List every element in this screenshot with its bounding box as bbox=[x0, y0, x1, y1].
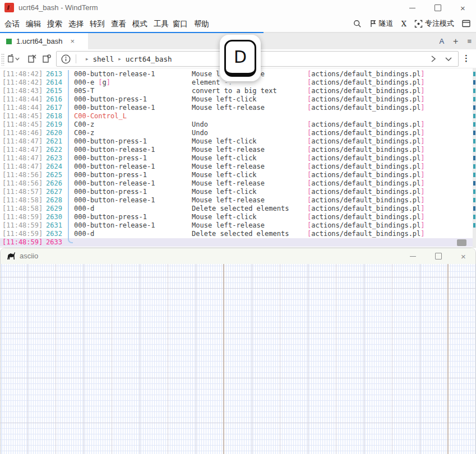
menu-bar: 会话 编辑 搜索 选择 转到 查看 模式 工具 窗口 帮助 隧道 X 专注模式 bbox=[0, 16, 476, 32]
grid-major-line bbox=[447, 264, 449, 454]
ruler-mark bbox=[473, 189, 475, 194]
window-title: ucrt64_bash - WindTerm bbox=[19, 3, 98, 12]
ruler-mark bbox=[473, 122, 475, 127]
tunnel-button[interactable]: 隧道 bbox=[369, 18, 394, 29]
menu-mode[interactable]: 模式 bbox=[132, 19, 147, 29]
reopen-session-icon[interactable] bbox=[40, 52, 54, 66]
terminal-line: [11:48:56]2626000-button-release-1Mouse … bbox=[0, 179, 476, 188]
terminal-line: [11:48:47]2621000-button-press-1Mouse le… bbox=[0, 137, 476, 146]
indent-guide bbox=[68, 70, 69, 238]
terminal-line: [11:48:44]2616000-button-press-1Mouse le… bbox=[0, 95, 476, 104]
terminal-line: [11:48:43]261500S-Tconvert to a big text… bbox=[0, 87, 476, 95]
menu-window[interactable]: 窗口 bbox=[173, 19, 188, 29]
search-icon[interactable] bbox=[353, 20, 362, 28]
terminal-line: [11:48:46]2620C00-zUndo[actions/default_… bbox=[0, 129, 476, 137]
perl-camel-icon bbox=[6, 251, 16, 260]
asciio-window: asciio × bbox=[0, 248, 476, 454]
ruler-mark bbox=[473, 114, 475, 118]
ruler-mark bbox=[473, 156, 475, 160]
close-button[interactable]: × bbox=[450, 0, 475, 16]
scrollbar-thumb[interactable] bbox=[457, 239, 466, 246]
breadcrumb-arrow-icon: ▸ bbox=[86, 56, 89, 62]
terminal-line: [11:48:57]2627000-button-press-1Mouse le… bbox=[0, 188, 476, 196]
menu-goto[interactable]: 转到 bbox=[90, 19, 105, 29]
ruler-mark bbox=[473, 164, 475, 169]
tunnel-flag-icon bbox=[369, 20, 377, 27]
ruler-mark bbox=[473, 215, 475, 219]
active-pane-indicator bbox=[0, 32, 264, 33]
terminal-line: [11:48:44]2617000-button-release-1Mouse … bbox=[0, 104, 476, 112]
tab-list-button[interactable]: ≡ bbox=[467, 37, 472, 45]
ruler-mark bbox=[473, 105, 475, 110]
breadcrumb-shell[interactable]: shell bbox=[93, 55, 114, 63]
new-tab-button[interactable]: + bbox=[453, 36, 458, 47]
asciio-maximize-button[interactable] bbox=[426, 248, 451, 264]
maximize-button[interactable] bbox=[425, 0, 450, 16]
ruler-mark bbox=[473, 131, 475, 135]
grid-major-line bbox=[223, 264, 224, 454]
ruler-mark bbox=[473, 181, 475, 186]
menu-session[interactable]: 会话 bbox=[4, 19, 20, 29]
asciio-drawing-canvas[interactable] bbox=[1, 264, 476, 454]
asciio-close-button[interactable]: × bbox=[451, 248, 476, 264]
x-button[interactable]: X bbox=[401, 20, 406, 28]
font-size-button[interactable]: A bbox=[439, 37, 444, 45]
ruler-mark bbox=[473, 72, 475, 76]
terminal-pane[interactable]: [11:48:42]2613000-button-release-1Mouse … bbox=[0, 68, 476, 248]
focus-mode-button[interactable]: 专注模式 bbox=[414, 18, 454, 29]
asciio-title-bar: asciio × bbox=[1, 248, 475, 264]
menu-search[interactable]: 搜索 bbox=[47, 19, 62, 29]
windterm-app-icon bbox=[4, 3, 14, 12]
terminal-line: [11:48:59]2632000-dDelete selected eleme… bbox=[0, 230, 476, 238]
overview-ruler[interactable] bbox=[473, 68, 476, 248]
ruler-mark bbox=[473, 97, 475, 101]
keypress-overlay: D bbox=[220, 35, 261, 81]
new-session-icon[interactable] bbox=[7, 52, 20, 66]
tab-label: 1.ucrt64_bash bbox=[16, 37, 62, 45]
terminal-line: [11:48:56]2625000-button-press-1Mouse le… bbox=[0, 171, 476, 179]
layout-icon[interactable] bbox=[462, 20, 470, 27]
menu-help[interactable]: 帮助 bbox=[194, 19, 209, 29]
menu-tools[interactable]: 工具 bbox=[154, 19, 169, 29]
ruler-mark bbox=[473, 173, 475, 177]
asciio-minimize-button[interactable] bbox=[400, 248, 426, 264]
terminal-line: [11:48:45]2619C00-zUndo[actions/default_… bbox=[0, 121, 476, 129]
title-bar: ucrt64_bash - WindTerm × bbox=[0, 0, 476, 16]
ruler-mark bbox=[473, 80, 475, 85]
ruler-mark bbox=[473, 147, 475, 152]
breadcrumb-arrow-icon: ▸ bbox=[118, 56, 121, 62]
close-session-icon[interactable] bbox=[26, 52, 39, 66]
menu-edit[interactable]: 编辑 bbox=[26, 19, 41, 29]
separator bbox=[76, 54, 76, 63]
terminal-lines: [11:48:42]2613000-button-release-1Mouse … bbox=[0, 70, 476, 247]
ruler-mark bbox=[473, 198, 475, 202]
tab-ucrt64-bash[interactable]: 1.ucrt64_bash × bbox=[0, 33, 88, 49]
terminal-line: [11:48:47]2622000-button-release-1Mouse … bbox=[0, 146, 476, 154]
chevron-right-icon[interactable] bbox=[430, 55, 437, 63]
tab-close-icon[interactable]: × bbox=[70, 37, 75, 45]
ruler-mark bbox=[473, 89, 475, 93]
terminal-line: [11:48:45]2618C00-Control_L bbox=[0, 112, 476, 121]
keycap-d: D bbox=[224, 40, 256, 77]
terminal-line: [11:48:58]2629000-dDelete selected eleme… bbox=[0, 205, 476, 213]
terminal-line: [11:48:47]2624000-button-release-1Mouse … bbox=[0, 163, 476, 171]
terminal-line: [11:48:58]2628000-button-release-1Mouse … bbox=[0, 196, 476, 205]
terminal-line: [11:48:47]2623000-button-press-1Mouse le… bbox=[0, 154, 476, 163]
menu-select[interactable]: 选择 bbox=[68, 19, 84, 29]
ruler-mark bbox=[473, 139, 475, 143]
chevron-down-icon[interactable] bbox=[445, 55, 452, 62]
ruler-mark bbox=[473, 223, 475, 228]
menu-view[interactable]: 查看 bbox=[111, 19, 126, 29]
overflow-menu-icon[interactable]: ⋮ bbox=[462, 53, 470, 63]
asciio-window-title: asciio bbox=[20, 252, 38, 260]
windterm-window: ucrt64_bash - WindTerm × 会话 编辑 搜索 选择 转到 … bbox=[0, 0, 476, 454]
terminal-line: [11:48:59]2630000-button-press-1Mouse le… bbox=[0, 213, 476, 221]
terminal-line: [11:48:59]2631000-button-release-1Mouse … bbox=[0, 221, 476, 230]
breadcrumb-session[interactable]: ucrt64_bash bbox=[126, 55, 172, 63]
ruler-mark bbox=[473, 206, 475, 211]
info-icon[interactable] bbox=[61, 54, 71, 64]
tab-status-dot bbox=[6, 39, 12, 44]
toolbar-drag-handle[interactable] bbox=[1, 53, 4, 66]
focus-target-icon bbox=[414, 20, 423, 28]
minimize-button[interactable] bbox=[400, 0, 425, 16]
